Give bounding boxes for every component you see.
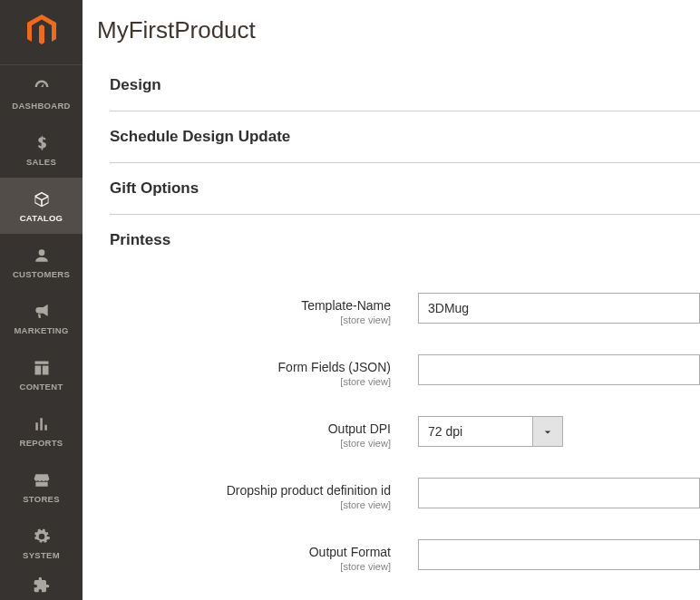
- nav-label: DASHBOARD: [12, 101, 70, 111]
- field-template-name: Template-Name [store view]: [110, 293, 700, 325]
- field-scope: [store view]: [110, 499, 391, 510]
- main-content: MyFirstProduct Design Schedule Design Up…: [83, 0, 700, 600]
- nav-content[interactable]: CONTENT: [0, 346, 83, 402]
- field-label: Form Fields (JSON): [110, 360, 391, 374]
- nav-label: SYSTEM: [23, 550, 60, 560]
- nav-dashboard[interactable]: DASHBOARD: [0, 65, 83, 121]
- template-name-input[interactable]: [418, 293, 700, 324]
- nav-label: STORES: [23, 494, 60, 504]
- bars-icon: [33, 414, 51, 434]
- section-gift-options[interactable]: Gift Options: [110, 163, 700, 215]
- field-output-format: Output Format [store view]: [110, 539, 700, 572]
- cube-icon: [33, 189, 51, 209]
- field-scope: [store view]: [110, 315, 391, 325]
- field-dropship-id: Dropship product definition id [store vi…: [110, 478, 700, 510]
- nav-sales[interactable]: SALES: [0, 121, 83, 178]
- storefront-icon: [33, 470, 51, 490]
- gear-icon: [33, 527, 51, 547]
- logo[interactable]: [0, 0, 83, 65]
- nav-label: CONTENT: [19, 382, 63, 392]
- nav-label: CATALOG: [20, 213, 63, 223]
- admin-sidebar: DASHBOARD SALES CATALOG CUSTOMERS MARKET…: [0, 0, 83, 600]
- output-dpi-select[interactable]: 72 dpi: [418, 416, 563, 447]
- sections-container: Design Schedule Design Update Gift Optio…: [83, 60, 700, 572]
- field-scope: [store view]: [110, 561, 391, 572]
- printess-form: Template-Name [store view] Form Fields (…: [110, 266, 700, 572]
- field-label: Output Format: [110, 545, 391, 559]
- megaphone-icon: [33, 302, 51, 322]
- nav-customers[interactable]: CUSTOMERS: [0, 234, 83, 290]
- section-printess[interactable]: Printess: [110, 215, 700, 266]
- section-schedule-design-update[interactable]: Schedule Design Update: [110, 111, 700, 163]
- layout-icon: [33, 358, 51, 378]
- field-form-fields-json: Form Fields (JSON) [store view]: [110, 354, 700, 387]
- nav-label: SALES: [26, 157, 56, 167]
- magento-logo-icon: [27, 15, 56, 51]
- field-scope: [store view]: [110, 376, 391, 387]
- field-label: Dropship product definition id: [110, 483, 391, 498]
- nav-reports[interactable]: REPORTS: [0, 402, 83, 459]
- page-title: MyFirstProduct: [83, 0, 700, 60]
- nav-label: REPORTS: [19, 438, 63, 448]
- field-scope: [store view]: [110, 438, 391, 449]
- select-toggle[interactable]: [532, 416, 563, 447]
- nav-marketing[interactable]: MARKETING: [0, 290, 83, 346]
- nav-extra[interactable]: [0, 571, 83, 598]
- nav-stores[interactable]: STORES: [0, 459, 83, 515]
- dropship-id-input[interactable]: [418, 478, 700, 508]
- dollar-icon: [33, 133, 51, 153]
- nav-label: MARKETING: [14, 325, 68, 335]
- person-icon: [33, 246, 51, 266]
- dashboard-icon: [33, 77, 51, 97]
- section-design[interactable]: Design: [110, 60, 700, 111]
- puzzle-icon: [33, 575, 51, 595]
- form-fields-json-input[interactable]: [418, 354, 700, 385]
- nav-system[interactable]: SYSTEM: [0, 515, 83, 571]
- field-label: Template-Name: [110, 298, 391, 313]
- nav-catalog[interactable]: CATALOG: [0, 178, 83, 234]
- output-format-input[interactable]: [418, 539, 700, 570]
- select-value: 72 dpi: [418, 416, 532, 447]
- chevron-down-icon: [544, 423, 551, 440]
- field-output-dpi: Output DPI [store view] 72 dpi: [110, 416, 700, 449]
- field-label: Output DPI: [110, 421, 391, 436]
- nav-label: CUSTOMERS: [13, 269, 70, 279]
